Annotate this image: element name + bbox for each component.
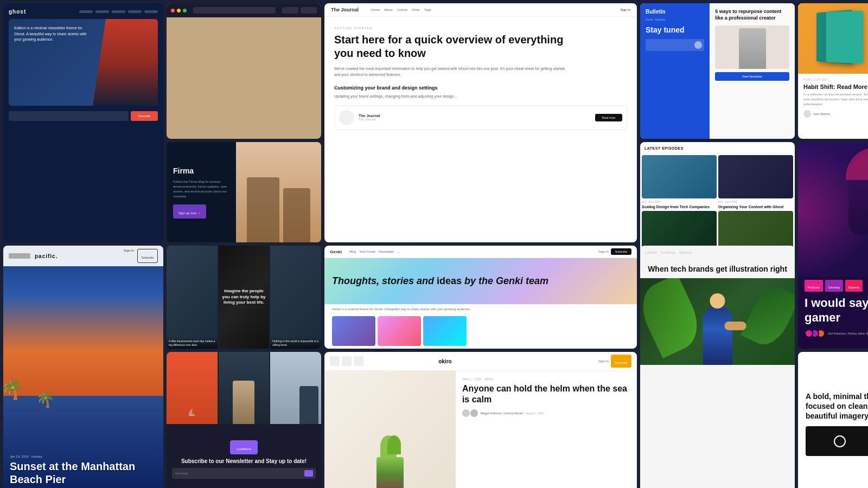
okiro-card: okiro Sign In Subscribe SMALL COZY BOHO (324, 352, 637, 488)
okiro-date: August 1, 2021 (526, 412, 544, 415)
firma-logo: Firma (173, 166, 229, 175)
photo-cell-1: A little improvement each day makes a bi… (167, 246, 218, 349)
genki-nav-2[interactable]: Your Guide (359, 250, 375, 253)
habit-pub: Publication (803, 78, 868, 81)
keima-photo (798, 142, 868, 277)
pacific-card: pacific. Sign In Subscribe 🌴 🌴 Jan 23, 2… (3, 246, 163, 488)
okiro-logo: okiro (438, 358, 451, 364)
ep1-img (642, 155, 717, 198)
keima-authors: Joel Robertson, Patricia Jaime, Margaret… (828, 332, 868, 335)
okiro-signin[interactable]: Sign In (598, 359, 609, 363)
nav-link-about[interactable]: About (384, 8, 393, 11)
ep2-title: Organizing Your Content with Ghost (718, 204, 793, 209)
nav-link-culture[interactable]: Culture (397, 8, 407, 11)
pacific-signin[interactable]: Sign In (124, 249, 134, 263)
episode-1[interactable]: E12 · Dec 2019 Scaling Design from Tech … (642, 155, 717, 209)
article-section: Customizing your brand and design settin… (334, 85, 627, 91)
menu-icon[interactable] (9, 253, 30, 259)
genki-nav-1[interactable]: Blog (349, 250, 356, 253)
bold-minimal-card: A bold, minimal theme for Ghost, focused… (798, 352, 868, 488)
ghost-hero-text: Edition is a minimal newsletter theme fo… (14, 25, 90, 43)
article-tag: Getting Started (334, 27, 627, 30)
ep2-img (718, 155, 793, 198)
tech-illus-title: When tech brands get illustration right (640, 262, 795, 278)
author-name: Joan Hawkins (813, 112, 830, 115)
okiro-avatar-1 (462, 409, 470, 417)
newsletter-input[interactable]: Your email (175, 472, 188, 475)
photo-cell-2: Imagine the people you can truly help by… (219, 246, 270, 349)
habit-shift-card: Publication Habit Shift: Read More In a … (798, 3, 868, 139)
input-circle-icon (694, 41, 702, 49)
subscribe-btn[interactable]: Subscribe (138, 114, 150, 118)
editorial-icon (339, 110, 354, 125)
nav-signin[interactable]: Sign In (620, 8, 630, 11)
newsletter-img-3 (270, 352, 321, 424)
ghost-logo: ghost (9, 9, 26, 15)
episode-2[interactable]: E11 · Nov 2018 Organizing Your Content w… (718, 155, 793, 209)
okiro-nav-dot-2 (342, 356, 352, 366)
okiro-title: Anyone can hold the helm when the sea is… (462, 383, 630, 405)
sailboat-icon: ⛵ (188, 408, 196, 416)
newsletter-img-1: ⛵ (167, 352, 218, 424)
firma-desc: Follow the Firma blog for product announ… (173, 179, 229, 199)
genki-desc: Genki is a minimal theme for Ghost. A be… (324, 304, 637, 314)
nav-link-other[interactable]: Other (412, 8, 420, 11)
plant-leaf-2 (387, 435, 401, 454)
genki-nav-4[interactable]: ... (397, 250, 400, 253)
bulletin-btn[interactable]: Read Newsletter (742, 75, 762, 78)
genki-card: Genki Blog Your Guide Newsletter ... Sig… (324, 246, 637, 349)
sky-bg (3, 246, 163, 408)
photo-1-caption: A little improvement each day makes a bi… (169, 339, 215, 346)
firma-btn[interactable]: Sign up now → (178, 211, 201, 215)
podcast-header: LATEST EPISODES (644, 146, 790, 150)
genki-subscribe-btn[interactable]: Subscribe (615, 250, 627, 253)
pacific-subscribe-btn[interactable]: Subscribe (142, 256, 154, 259)
okiro-tag-1: SMALL (462, 377, 471, 381)
small-card-title: The Journal (359, 114, 380, 118)
newsletter-img-2 (219, 352, 270, 424)
genki-nav-3[interactable]: Newsletter (379, 250, 394, 253)
palm-icon: 🌴 (3, 378, 24, 401)
bulletin-nav-1: Home (646, 18, 653, 21)
girl-silhouette (233, 381, 254, 424)
bold-minimal-title: A bold, minimal theme for Ghost, focused… (806, 391, 868, 421)
genki-signin[interactable]: Sign In (598, 250, 609, 253)
illus-character-body (703, 305, 732, 365)
book-cover-2 (826, 11, 864, 64)
nav-link-home[interactable]: Home (371, 8, 380, 11)
small-card-sub: The Journal (359, 118, 380, 121)
okiro-tag-3: BOHO (485, 377, 493, 381)
okiro-nav-dot-3 (354, 356, 363, 366)
load-more-btn[interactable]: LoadMore (237, 447, 251, 451)
okiro-img (324, 371, 456, 488)
editorial-card: The Journal Home About Culture Other Tag… (324, 3, 637, 242)
ep1-title: Scaling Design from Tech Companies (642, 204, 717, 209)
article-title: Start here for a quick overview of every… (334, 33, 573, 60)
illus-tag-2: TUTORIAL (661, 251, 676, 254)
newsletter-subscribe-card: ⛵ LoadMore Subscribe to our Newsletter a… (167, 352, 321, 488)
okiro-subscribe-btn[interactable]: Subscribe (615, 361, 627, 364)
keima-title: I would say I'm a casual gamer (805, 296, 868, 325)
genki-thumb-2 (378, 316, 421, 346)
ghost-newsletter-card: ghost Edition is a minimal newsletter th… (3, 3, 163, 242)
keima-tag-2: Gaming (828, 286, 840, 289)
pacific-date: Jan 23, 2019 · Holiday (10, 455, 157, 458)
genki-logo: Genki (330, 249, 342, 254)
keima-tag-3: Esports (848, 286, 859, 289)
photo-2-text: Imagine the people you can truly help by… (221, 288, 267, 305)
minimal-thumb-dark (806, 426, 868, 456)
article-body: We've created the most important informa… (334, 66, 573, 78)
illus-head (710, 293, 725, 309)
photo-strip-card: A little improvement each day makes a bi… (167, 246, 321, 349)
nav-link-tags[interactable]: Tags (424, 8, 431, 11)
read-more-btn[interactable]: Read more (602, 116, 616, 119)
okiro-tag-2: COZY (474, 377, 482, 381)
habit-title: Habit Shift: Read More (803, 84, 868, 90)
okiro-authors: Maggie Anderson, Clarence Barrett (481, 412, 523, 415)
okiro-nav-dot-1 (330, 356, 340, 366)
genki-thumb-1 (332, 316, 375, 346)
illus-arm (724, 322, 746, 330)
photo-3-caption: Nothing in this world is impossible to a… (272, 339, 319, 346)
newsletter-sub-title: Subscribe to our Newsletter and Stay up … (181, 458, 307, 465)
keima-avatar-1 (805, 329, 813, 338)
